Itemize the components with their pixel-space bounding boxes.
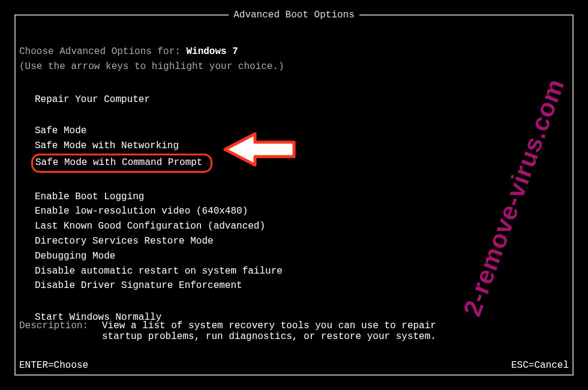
boot-option-label: Enable low-resolution video (640x480) <box>35 206 248 217</box>
option-group: Safe ModeSafe Mode with NetworkingSafe M… <box>35 124 569 172</box>
boot-option-label: Last Known Good Configuration (advanced) <box>35 221 265 232</box>
boot-screen: Advanced Boot Options Choose Advanced Op… <box>14 14 574 376</box>
title-bar: Advanced Boot Options <box>16 10 572 20</box>
footer-enter-hint: ENTER=Choose <box>19 360 88 371</box>
description-label: Description: <box>19 320 102 342</box>
choose-line: Choose Advanced Options for: Windows 7 <box>19 44 569 59</box>
navigation-hint: (Use the arrow keys to highlight your ch… <box>19 59 569 74</box>
boot-option[interactable]: Enable Boot Logging <box>35 190 569 205</box>
footer-bar: ENTER=Choose ESC=Cancel <box>19 360 569 371</box>
boot-option-label: Debugging Mode <box>35 251 115 262</box>
boot-option-label: Repair Your Computer <box>35 94 150 105</box>
boot-option-label: Disable Driver Signature Enforcement <box>35 280 242 291</box>
arrow-left-icon <box>222 130 300 169</box>
screen-title: Advanced Boot Options <box>229 10 359 20</box>
boot-option[interactable]: Safe Mode with Networking <box>35 139 569 154</box>
os-name: Windows 7 <box>186 46 238 57</box>
boot-option-label: Safe Mode with Networking <box>35 140 179 151</box>
boot-option-label: Safe Mode with Command Prompt <box>31 154 212 173</box>
boot-option-label: Directory Services Restore Mode <box>35 236 214 247</box>
boot-option-label: Enable Boot Logging <box>35 191 144 202</box>
boot-option[interactable]: Safe Mode <box>35 124 569 139</box>
boot-option[interactable]: Safe Mode with Command Prompt <box>35 154 569 173</box>
option-group: Repair Your Computer <box>35 92 569 107</box>
description-row: Description: View a list of system recov… <box>19 320 438 342</box>
boot-option-label: Disable automatic restart on system fail… <box>35 266 283 277</box>
footer-esc-hint: ESC=Cancel <box>511 360 569 371</box>
choose-label: Choose Advanced Options for: <box>19 46 186 57</box>
description-text: View a list of system recovery tools you… <box>102 320 438 342</box>
boot-option-label: Safe Mode <box>35 125 86 136</box>
boot-option[interactable]: Repair Your Computer <box>35 92 569 107</box>
boot-option[interactable]: Enable low-resolution video (640x480) <box>35 204 569 219</box>
